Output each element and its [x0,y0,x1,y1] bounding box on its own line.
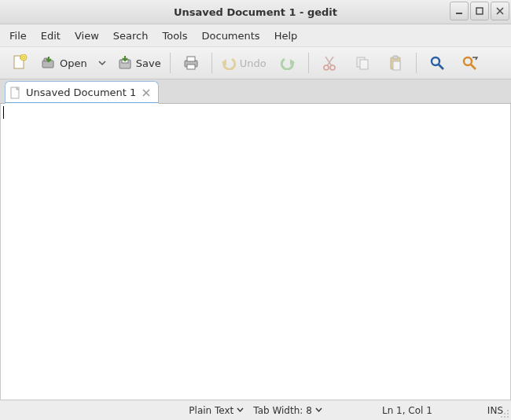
find-replace-button[interactable] [455,51,485,75]
redo-button[interactable] [273,51,303,75]
svg-rect-20 [393,61,400,70]
toolbar: Open Save Un [0,47,511,79]
chevron-down-icon [98,59,106,67]
menu-edit[interactable]: Edit [35,27,67,45]
language-label: Plain Text [189,405,233,416]
menubar: File Edit View Search Tools Documents He… [0,24,511,47]
open-icon [41,55,57,71]
find-button[interactable] [422,51,452,75]
svg-rect-1 [476,8,483,14]
chevron-down-icon [237,407,244,414]
svg-point-27 [507,413,509,414]
undo-button[interactable]: Undo [218,51,270,75]
maximize-button[interactable] [470,2,489,20]
toolbar-separator [170,53,171,73]
undo-label: Undo [240,57,267,69]
toolbar-separator [211,53,212,73]
svg-point-30 [507,416,509,418]
print-button[interactable] [176,51,206,75]
titlebar: Unsaved Document 1 - gedit [0,0,511,24]
menu-file[interactable]: File [3,27,33,45]
window-controls [450,2,509,20]
svg-rect-17 [360,60,368,69]
gedit-window: Unsaved Document 1 - gedit File Edit Vie… [0,0,511,420]
statusbar: Plain Text Tab Width: 8 Ln 1, Col 1 INS [0,400,511,420]
find-icon [429,55,445,71]
svg-rect-0 [456,13,462,14]
svg-point-28 [501,416,502,418]
minimize-button[interactable] [450,2,469,20]
svg-point-22 [464,57,472,65]
tabwidth-selector[interactable]: Tab Width: 8 [248,405,327,416]
maximize-icon [476,7,483,15]
save-label: Save [136,57,161,69]
find-replace-icon [461,55,479,71]
svg-point-21 [432,57,439,65]
svg-point-15 [330,65,335,70]
open-button[interactable]: Open [38,51,89,75]
cursor-position: Ln 1, Col 1 [374,405,440,416]
menu-help[interactable]: Help [268,27,304,45]
menu-documents[interactable]: Documents [196,27,267,45]
copy-icon [355,55,370,71]
svg-rect-11 [187,64,195,69]
cut-icon [322,55,336,71]
save-icon [117,55,133,71]
chevron-down-icon [315,407,322,414]
save-button[interactable]: Save [114,51,164,75]
tabwidth-text: Tab Width: [253,405,303,416]
cut-button[interactable] [314,51,344,75]
resize-grip[interactable] [498,407,509,418]
language-selector[interactable]: Plain Text [184,405,248,416]
text-cursor [3,106,4,119]
paste-button[interactable] [380,51,410,75]
toolbar-separator [308,53,309,73]
menu-tools[interactable]: Tools [156,27,193,45]
window-title: Unsaved Document 1 - gedit [0,6,511,18]
close-icon [496,7,504,15]
svg-point-26 [504,413,505,414]
document-tab[interactable]: Unsaved Document 1 [5,81,159,104]
paste-icon [388,55,403,71]
svg-rect-10 [187,57,195,61]
svg-point-25 [507,410,509,411]
toolbar-separator [416,53,417,73]
close-button[interactable] [491,2,509,20]
copy-button[interactable] [347,51,377,75]
svg-rect-19 [393,56,398,59]
tab-close-button[interactable] [141,89,152,97]
tabwidth-value: 8 [306,405,312,416]
print-icon [182,55,200,71]
undo-icon [221,56,237,70]
svg-point-29 [504,416,505,418]
new-doc-button[interactable] [5,51,35,75]
tab-label: Unsaved Document 1 [26,87,136,98]
close-icon [142,89,150,97]
menu-view[interactable]: View [68,27,105,45]
svg-point-14 [324,65,329,70]
redo-icon [280,56,296,70]
tabbar: Unsaved Document 1 [0,79,511,104]
open-dropdown[interactable] [92,51,111,75]
new-doc-icon [12,54,28,72]
editor-area[interactable] [0,104,511,400]
minimize-icon [455,7,463,15]
document-icon [10,87,21,99]
menu-search[interactable]: Search [107,27,155,45]
open-label: Open [60,57,87,69]
